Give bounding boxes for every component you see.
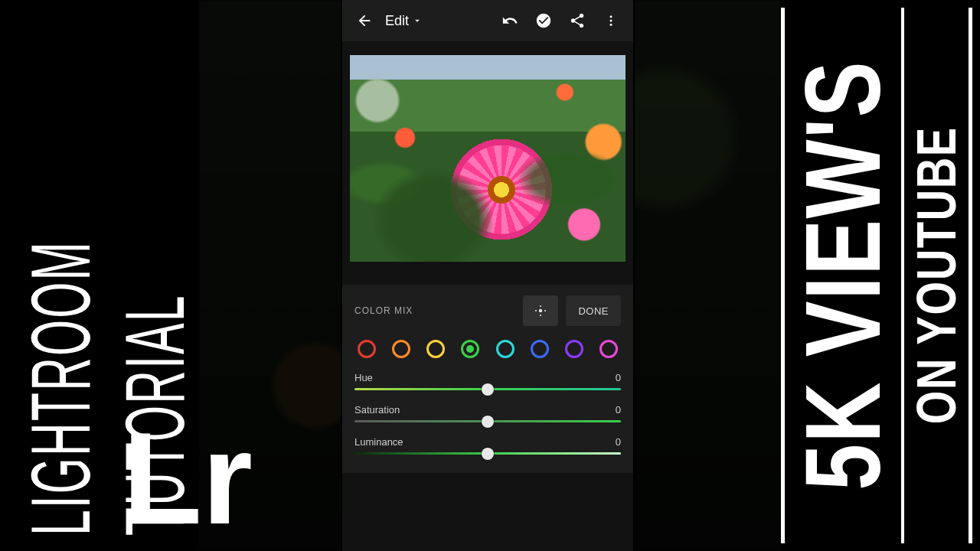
back-arrow-icon: [356, 12, 373, 29]
check-circle-icon: [535, 12, 552, 29]
accept-button[interactable]: [531, 8, 557, 34]
svg-point-4: [540, 305, 541, 307]
right-title-block: 5K VIEW'S ON YOUTUBE: [781, 0, 972, 551]
saturation-slider[interactable]: [354, 420, 621, 422]
edit-mode-dropdown[interactable]: Edit: [385, 13, 423, 29]
target-picker-icon: [534, 304, 547, 318]
svg-point-2: [610, 24, 612, 26]
saturation-slider-row: Saturation 0: [354, 404, 621, 422]
saturation-slider-thumb[interactable]: [482, 416, 494, 428]
image-preview-area[interactable]: [342, 41, 633, 285]
share-button[interactable]: [564, 8, 590, 34]
undo-icon: [501, 12, 518, 29]
saturation-value: 0: [616, 404, 621, 416]
target-picker-button[interactable]: [523, 295, 558, 326]
svg-point-3: [539, 309, 543, 313]
svg-point-5: [540, 315, 541, 316]
hue-value: 0: [616, 372, 621, 383]
saturation-label: Saturation: [354, 404, 400, 416]
swatch-yellow[interactable]: [426, 340, 445, 358]
hue-slider-thumb[interactable]: [482, 383, 494, 396]
swatch-magenta[interactable]: [599, 340, 618, 358]
panel-title: COLOR MIX: [354, 305, 515, 316]
svg-point-0: [610, 15, 612, 18]
left-title-line1: LIGHTROOM: [22, 241, 98, 536]
svg-point-1: [610, 20, 612, 22]
right-title-line2: ON YOUTUBE: [909, 127, 964, 425]
done-button[interactable]: DONE: [566, 295, 621, 326]
phone-screen: Edit COLOR MIX: [342, 0, 633, 551]
swatch-blue[interactable]: [531, 340, 549, 358]
svg-point-6: [535, 310, 537, 311]
app-bar-title: Edit: [385, 13, 409, 29]
color-mix-panel: COLOR MIX DONE: [342, 285, 633, 473]
lightroom-logo-text: Lr: [122, 413, 253, 543]
left-title-block: LIGHTROOM TUTORIAL Lr: [8, 0, 207, 551]
color-swatch-row: [354, 337, 621, 372]
undo-button[interactable]: [497, 8, 523, 34]
share-icon: [569, 12, 586, 29]
hue-slider-row: Hue 0: [354, 372, 621, 390]
right-title-line1: 5K VIEW'S: [789, 60, 897, 491]
swatch-red[interactable]: [358, 340, 376, 358]
hue-label: Hue: [354, 372, 373, 383]
done-button-label: DONE: [578, 305, 609, 317]
edited-photo: [350, 55, 626, 262]
hue-slider[interactable]: [354, 388, 621, 390]
swatch-green[interactable]: [461, 340, 479, 358]
luminance-label: Luminance: [354, 436, 403, 448]
overflow-menu-button[interactable]: [598, 8, 624, 34]
rule-bottom: [969, 8, 972, 543]
overflow-menu-icon: [604, 14, 618, 28]
caret-down-icon: [412, 15, 423, 26]
swatch-orange[interactable]: [392, 340, 410, 358]
luminance-value: 0: [616, 436, 621, 448]
app-bar: Edit: [342, 0, 633, 41]
back-button[interactable]: [351, 8, 377, 34]
svg-point-7: [544, 310, 546, 311]
luminance-slider-row: Luminance 0: [354, 436, 621, 455]
luminance-slider[interactable]: [354, 452, 621, 455]
swatch-purple[interactable]: [565, 340, 583, 358]
luminance-slider-thumb[interactable]: [482, 448, 494, 460]
swatch-aqua[interactable]: [496, 340, 514, 358]
